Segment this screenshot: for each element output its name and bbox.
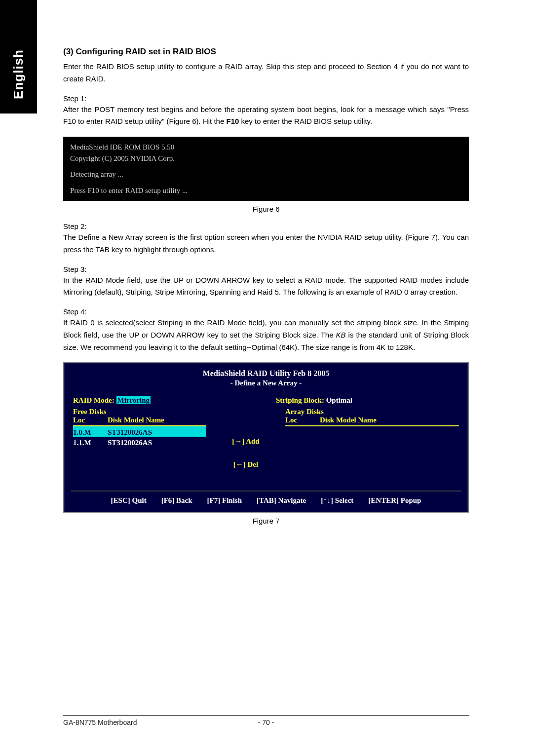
free-disk-2-model: ST3120026AS [108, 439, 152, 447]
striping-block-value: Optimal [326, 396, 352, 404]
free-disk-2-loc: 1.1.M [73, 439, 108, 447]
raid-mode-value: Mirroring [116, 396, 151, 404]
step1-key: F10 [226, 117, 239, 125]
array-col-loc: Loc [285, 416, 320, 424]
free-disk-1-loc: 1.0.M [73, 428, 108, 437]
key-arrow-select: [↑↓] Select [321, 496, 353, 505]
language-side-tab: English [0, 0, 37, 113]
figure6-caption: Figure 6 [63, 205, 469, 213]
free-disk-1-model: ST3120026AS [108, 428, 152, 437]
step4-label: Step 4: [63, 307, 469, 316]
array-disks-heading: Array Disks [285, 408, 459, 416]
bios-disks-row: Free Disks Loc Disk Model Name 1.0.M ST3… [65, 408, 467, 484]
bios-add-del-column: [→] Add [←] Del [206, 408, 285, 484]
key-f7-finish: [F7] Finish [207, 496, 242, 505]
boot-line-4: Press F10 to enter RAID setup utility ..… [70, 185, 462, 196]
del-key-hint: [←] Del [206, 460, 285, 469]
bios-footer: [ESC] Quit [F6] Back [F7] Finish [TAB] N… [71, 491, 461, 511]
key-enter-popup: [ENTER] Popup [368, 496, 421, 505]
striping-block-field[interactable]: Striping Block: Optimal [256, 396, 459, 405]
step3-text: In the RAID Mode field, use the UP or DO… [63, 274, 469, 299]
step3-label: Step 3: [63, 265, 469, 273]
step2-text: The Define a New Array screen is the fir… [63, 231, 469, 256]
bios-mode-row: RAID Mode: Mirroring Striping Block: Opt… [65, 392, 467, 408]
footer-page-number: - 70 - [258, 718, 274, 726]
boot-line-3: Detecting array ... [70, 169, 462, 180]
add-key-hint: [→] Add [206, 437, 285, 446]
boot-line-1: MediaShield IDE ROM BIOS 5.50 [70, 142, 462, 153]
array-disks-col-head: Loc Disk Model Name [285, 416, 459, 426]
array-col-model: Disk Model Name [320, 416, 377, 424]
raid-mode-field[interactable]: RAID Mode: Mirroring [73, 396, 256, 405]
step1-part-b: key to enter the RAID BIOS setup utility… [239, 117, 372, 125]
main-content: (3) Configuring RAID set in RAID BIOS En… [63, 47, 469, 534]
free-disk-row-1[interactable]: 1.0.M ST3120026AS [73, 426, 206, 437]
free-disks-col-head: Loc Disk Model Name [73, 416, 206, 426]
raid-mode-label: RAID Mode: [73, 396, 114, 404]
page-footer: GA-8N775 Motherboard - 70 - [63, 715, 469, 726]
step1-label: Step 1: [63, 94, 469, 103]
language-label: English [11, 49, 26, 99]
step2-label: Step 2: [63, 222, 469, 230]
boot-message-block: MediaShield IDE ROM BIOS 5.50 Copyright … [63, 137, 469, 201]
bios-title: MediaShield RAID Utility Feb 8 2005 [65, 364, 467, 379]
key-esc-quit: [ESC] Quit [111, 496, 147, 505]
footer-spacer [274, 718, 469, 726]
array-disks-panel[interactable]: Array Disks Loc Disk Model Name [285, 408, 459, 426]
free-disks-panel[interactable]: Free Disks Loc Disk Model Name 1.0.M ST3… [73, 408, 206, 447]
free-col-model: Disk Model Name [108, 416, 164, 424]
step4-kb: KB [336, 331, 346, 339]
figure7-caption: Figure 7 [63, 517, 469, 525]
free-disks-heading: Free Disks [73, 408, 206, 416]
footer-product: GA-8N775 Motherboard [63, 718, 258, 726]
step1-text: After the POST memory test begins and be… [63, 104, 469, 128]
boot-line-2: Copyright (C) 2005 NVIDIA Corp. [70, 153, 462, 164]
step4-text: If RAID 0 is selected(select Striping in… [63, 317, 469, 353]
bios-utility-screen: MediaShield RAID Utility Feb 8 2005 - De… [63, 362, 469, 513]
free-disk-row-2[interactable]: 1.1.M ST3120026AS [73, 437, 206, 447]
key-f6-back: [F6] Back [161, 496, 192, 505]
section-heading: (3) Configuring RAID set in RAID BIOS [63, 47, 469, 57]
free-col-loc: Loc [73, 416, 108, 424]
bios-subtitle: - Define a New Array - [65, 379, 467, 392]
striping-block-label: Striping Block: [276, 396, 324, 404]
key-tab-navigate: [TAB] Navigate [257, 496, 306, 505]
intro-paragraph: Enter the RAID BIOS setup utility to con… [63, 61, 469, 85]
